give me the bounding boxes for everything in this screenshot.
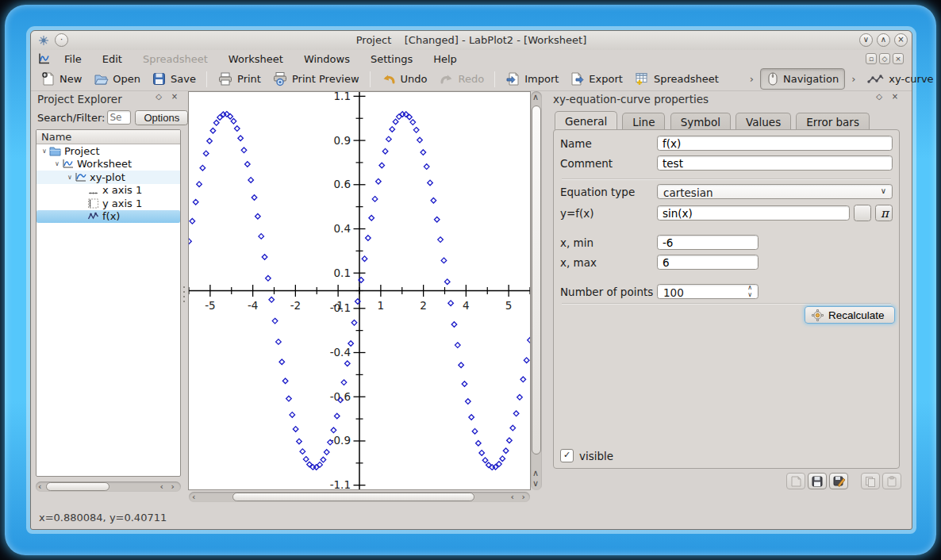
expander-icon[interactable]: ∨	[52, 160, 62, 167]
scroll-down-arrow[interactable]: ∨	[532, 480, 539, 488]
tree-column-header[interactable]: Name	[36, 130, 180, 144]
dock-float-button[interactable]: ◇	[874, 91, 885, 102]
print-preview-button[interactable]: Print Preview	[267, 69, 365, 89]
properties-title: xy-equation-curve properties	[553, 93, 709, 105]
menu-file[interactable]: File	[54, 52, 92, 67]
tree-item-xy-plot[interactable]: ∨ xy-plot	[36, 171, 180, 184]
check-icon: ✓	[563, 450, 570, 460]
scroll-left-arrow[interactable]: ‹	[192, 493, 195, 501]
curve-icon	[87, 211, 99, 221]
equation-type-select[interactable]: cartesian ∨	[657, 184, 893, 199]
dock-close-button[interactable]: ×	[889, 91, 901, 102]
toolbar-separator	[370, 71, 371, 87]
menu-help[interactable]: Help	[423, 52, 467, 67]
tree-item-label: x axis 1	[102, 184, 142, 196]
worksheet-icon	[62, 159, 74, 169]
name-field[interactable]	[657, 136, 893, 151]
xy-curve-button[interactable]: xy-curve	[862, 71, 939, 88]
scroll-left-arrow[interactable]: ‹	[511, 493, 514, 501]
dock-float-button[interactable]: ◇	[153, 91, 164, 102]
tree-item-project[interactable]: ∨ Project	[36, 144, 180, 158]
search-input[interactable]	[107, 110, 131, 125]
menu-windows[interactable]: Windows	[294, 52, 360, 67]
float-icon: ◇	[882, 55, 888, 63]
export-button[interactable]: Export	[564, 69, 628, 89]
float-icon: ◇	[156, 92, 162, 101]
menu-edit[interactable]: Edit	[92, 52, 133, 67]
visible-checkbox[interactable]: ✓	[560, 449, 574, 462]
import-button[interactable]: Import	[500, 69, 564, 89]
npoints-spinbox[interactable]: 100 ∧∨	[657, 284, 759, 299]
redo-label: Redo	[459, 73, 485, 85]
comment-field[interactable]	[657, 155, 893, 171]
xmin-field[interactable]	[657, 235, 759, 250]
save-as-template-button[interactable]	[829, 473, 848, 489]
spin-up-down-icon[interactable]: ∧∨	[747, 284, 752, 298]
mdi-controls: ▫ ◇ ×	[863, 53, 904, 64]
functions-button[interactable]	[854, 205, 871, 221]
scroll-thumb[interactable]	[232, 493, 474, 501]
spreadsheet-icon	[634, 71, 650, 86]
titlebar[interactable]: · Project [Changed] - LabPlot2 - [Worksh…	[31, 31, 912, 50]
new-button[interactable]: New	[35, 69, 87, 89]
function-field[interactable]	[657, 205, 850, 221]
mdi-restore-button[interactable]: ▫	[866, 53, 877, 64]
tree-item-x-axis-1[interactable]: x axis 1	[36, 184, 180, 198]
constants-pi-button[interactable]: π	[875, 205, 893, 221]
expander-icon[interactable]: ∨	[40, 148, 49, 155]
svg-text:0.4: 0.4	[334, 222, 351, 235]
expander-icon[interactable]: ∨	[65, 174, 75, 181]
toolbar-extender[interactable]: ›	[845, 73, 862, 85]
save-template-button[interactable]	[808, 473, 827, 489]
mdi-close-button[interactable]: ×	[893, 53, 904, 64]
scroll-left-arrow[interactable]: ‹	[160, 483, 163, 491]
scroll-right-arrow[interactable]: ›	[522, 493, 525, 501]
svg-text:-5: -5	[205, 299, 215, 312]
spreadsheet-label: Spreadsheet	[654, 73, 719, 85]
svg-text:-0.1: -0.1	[330, 301, 351, 314]
spreadsheet-button[interactable]: Spreadsheet	[628, 69, 724, 89]
close-button[interactable]: ×	[894, 33, 908, 47]
axis-icon	[87, 198, 99, 209]
minimize-button[interactable]: ∨	[859, 33, 873, 47]
tree-item-label: Project	[64, 145, 99, 157]
chevron-left-icon: ‹	[160, 481, 163, 492]
worksheet-canvas[interactable]: -5-4-2-112451.10.90.60.40.1-0.1-0.4-0.6-…	[188, 91, 531, 490]
open-button[interactable]: Open	[87, 69, 146, 89]
scroll-up-arrow[interactable]: ∧	[532, 470, 539, 478]
scroll-thumb[interactable]	[46, 482, 109, 491]
scroll-thumb[interactable]	[532, 105, 541, 455]
print-button[interactable]: Print	[212, 69, 267, 89]
maximize-button[interactable]: ∧	[877, 33, 890, 47]
toolbar-extender[interactable]: ›	[743, 73, 760, 85]
tree-item-fx[interactable]: f(x)	[36, 210, 180, 224]
menu-worksheet[interactable]: Worksheet	[218, 52, 294, 67]
options-button[interactable]: Options	[135, 110, 188, 125]
dock-close-button[interactable]: ×	[169, 91, 180, 102]
recalculate-button[interactable]: Recalculate	[805, 306, 895, 324]
tree-item-worksheet[interactable]: ∨ Worksheet	[36, 158, 180, 171]
xmax-field[interactable]	[657, 255, 759, 270]
save-button[interactable]: Save	[146, 69, 202, 89]
separator	[562, 303, 891, 304]
scroll-right-arrow[interactable]: ›	[171, 483, 175, 491]
undo-button[interactable]: Undo	[375, 69, 433, 89]
paste-button	[882, 473, 901, 489]
xy-plot-chart[interactable]: -5-4-2-112451.10.90.60.40.1-0.1-0.4-0.6-…	[189, 92, 530, 489]
worksheet-vscrollbar[interactable]: ∧ ∧ ∨	[531, 91, 542, 490]
scroll-up-arrow[interactable]: ∧	[532, 94, 539, 102]
chevron-up-icon: ∧	[532, 92, 539, 102]
tab-general[interactable]: General	[555, 111, 617, 131]
worksheet-hscrollbar[interactable]: ‹ ‹ ›	[189, 492, 530, 502]
dock-splitter[interactable]	[182, 285, 186, 305]
spacer	[851, 473, 858, 489]
chevron-down-icon: ∨	[747, 291, 752, 298]
scroll-left-arrow[interactable]: ‹	[38, 483, 41, 491]
mdi-float-button[interactable]: ◇	[879, 53, 890, 64]
menu-settings[interactable]: Settings	[360, 52, 423, 67]
explorer-hscrollbar[interactable]: ‹ ‹ ›	[36, 481, 181, 492]
tree-item-y-axis-1[interactable]: y axis 1	[36, 197, 180, 210]
visible-label: visible	[579, 450, 613, 462]
navigation-button[interactable]: Navigation	[760, 68, 845, 90]
tree-item-label: y axis 1	[102, 198, 142, 209]
